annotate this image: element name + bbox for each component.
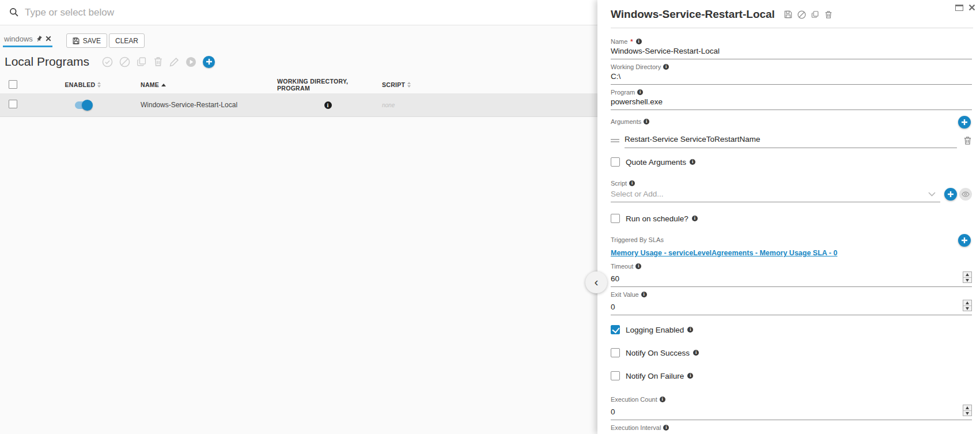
sla-link[interactable]: Memory Usage - serviceLevelAgreements - …: [611, 249, 837, 257]
info-icon[interactable]: i: [687, 373, 693, 379]
info-icon[interactable]: i: [660, 397, 665, 402]
execution-count-label: Execution Count: [611, 395, 657, 403]
save-icon: [73, 37, 80, 44]
list-title-row: Local Programs: [5, 55, 597, 69]
arguments-section: Argumentsi: [611, 118, 972, 148]
info-icon[interactable]: i: [641, 292, 647, 297]
info-icon[interactable]: i: [692, 216, 698, 221]
enable-icon[interactable]: [102, 56, 113, 67]
logging-enabled-label: Logging Enabled: [626, 326, 684, 334]
panel-body: Name*i Working Directoryi Programi Argum…: [597, 37, 980, 434]
program-input[interactable]: [611, 97, 972, 106]
page-title: Local Programs: [5, 55, 89, 69]
table-row[interactable]: Windows-Service-Restart-Local i none: [0, 93, 597, 117]
toggle-knob: [82, 100, 93, 111]
search-bar: [0, 0, 597, 25]
exit-value-label: Exit Value: [611, 290, 639, 299]
save-program-icon[interactable]: [784, 10, 792, 18]
filter-chip-label: windows: [4, 35, 33, 43]
logging-enabled-row: Logging Enabledi: [611, 325, 972, 334]
clear-button[interactable]: CLEAR: [109, 33, 145, 48]
info-icon[interactable]: i: [663, 425, 669, 431]
sort-icon: [407, 82, 411, 88]
program-field: Programi: [611, 88, 972, 110]
info-icon[interactable]: i: [629, 180, 635, 186]
plus-icon: [961, 237, 968, 244]
working-directory-input[interactable]: [611, 72, 972, 81]
copy-program-icon[interactable]: [811, 10, 819, 18]
edit-icon[interactable]: [169, 57, 179, 67]
notify-on-failure-checkbox[interactable]: [611, 371, 620, 380]
info-icon[interactable]: i: [637, 89, 643, 95]
execution-count-input[interactable]: [611, 407, 958, 416]
exit-value-field: Exit Valuei: [611, 290, 972, 315]
delete-program-icon[interactable]: [824, 10, 833, 19]
select-all-checkbox[interactable]: [9, 80, 17, 89]
notify-on-success-row: Notify On Successi: [611, 348, 972, 357]
search-input[interactable]: [25, 7, 597, 18]
clear-button-label: CLEAR: [115, 37, 138, 45]
info-icon[interactable]: i: [635, 263, 641, 269]
close-icon[interactable]: [968, 4, 975, 11]
filter-chip-windows[interactable]: windows: [3, 35, 52, 47]
plus-icon: [961, 119, 968, 126]
row-name[interactable]: Windows-Service-Restart-Local: [141, 101, 277, 109]
quote-arguments-checkbox[interactable]: [611, 157, 620, 167]
panel-window-controls: [955, 4, 975, 11]
app-window: windows SAVE CLEAR Local Programs: [0, 0, 980, 434]
timeout-label: Timeout: [611, 262, 633, 270]
plus-icon: [947, 191, 954, 198]
column-script[interactable]: SCRIPT: [379, 81, 597, 88]
add-sla-button[interactable]: [958, 234, 971, 247]
exit-value-stepper[interactable]: [963, 300, 972, 311]
triggered-by-slas-label: Triggered By SLAs: [611, 236, 664, 244]
run-icon[interactable]: [186, 56, 196, 67]
info-icon[interactable]: i: [693, 350, 699, 356]
plus-icon: [206, 58, 213, 65]
disable-icon[interactable]: [119, 56, 130, 67]
script-placeholder: Select or Add...: [611, 190, 928, 198]
add-argument-button[interactable]: [958, 116, 971, 129]
info-icon[interactable]: i: [663, 64, 669, 70]
argument-row: [611, 133, 972, 148]
column-wd-program[interactable]: WORKING DIRECTORY, PROGRAM: [277, 78, 379, 92]
timeout-input[interactable]: [611, 274, 958, 283]
required-marker: *: [630, 37, 633, 46]
collapse-panel-button[interactable]: ‹: [585, 271, 607, 293]
info-icon[interactable]: i: [644, 119, 649, 124]
column-enabled[interactable]: ENABLED: [25, 81, 141, 88]
copy-icon[interactable]: [137, 56, 147, 67]
run-on-schedule-checkbox[interactable]: [611, 214, 620, 223]
pin-icon[interactable]: [34, 33, 44, 43]
argument-input[interactable]: [625, 135, 957, 144]
delete-argument-icon[interactable]: [963, 136, 972, 145]
panel-header: Windows-Service-Restart-Local: [597, 0, 980, 21]
name-input[interactable]: [611, 47, 972, 55]
panel-divider: [611, 28, 973, 28]
quote-arguments-row: Quote Argumentsi: [611, 157, 972, 167]
drag-handle-icon[interactable]: [611, 138, 619, 144]
add-script-button[interactable]: [944, 188, 957, 201]
maximize-icon[interactable]: [955, 5, 963, 11]
wd-program-info-icon[interactable]: i: [324, 101, 332, 109]
logging-enabled-checkbox[interactable]: [611, 325, 620, 334]
row-script: none: [379, 102, 597, 108]
run-on-schedule-row: Run on schedule?i: [611, 214, 972, 223]
info-icon[interactable]: i: [690, 159, 695, 165]
timeout-stepper[interactable]: [963, 271, 972, 283]
remove-filter-icon[interactable]: [46, 36, 51, 41]
execution-count-stepper[interactable]: [963, 405, 972, 416]
row-checkbox[interactable]: [9, 100, 17, 108]
delete-icon[interactable]: [153, 56, 163, 67]
script-field: Scripti Select or Add...: [611, 179, 972, 202]
notify-on-success-checkbox[interactable]: [611, 348, 620, 357]
disable-program-icon[interactable]: [797, 10, 806, 19]
add-program-button[interactable]: [203, 56, 215, 68]
enabled-toggle[interactable]: [75, 101, 92, 109]
save-button[interactable]: SAVE: [66, 33, 107, 48]
script-select[interactable]: Select or Add...: [611, 188, 940, 202]
info-icon[interactable]: i: [687, 327, 693, 333]
column-name[interactable]: NAME: [141, 81, 277, 88]
exit-value-input[interactable]: [611, 303, 958, 311]
info-icon[interactable]: i: [636, 39, 642, 44]
